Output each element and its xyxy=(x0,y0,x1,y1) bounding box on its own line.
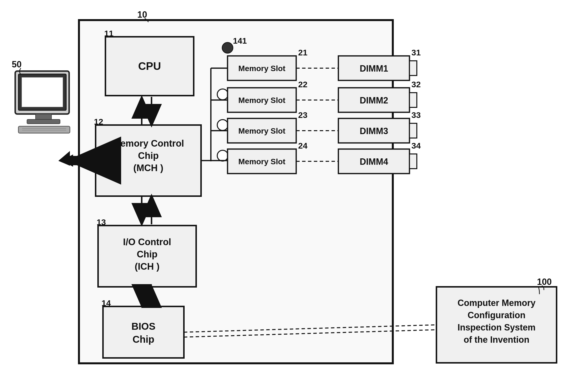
svg-rect-54 xyxy=(410,61,417,76)
svg-rect-63 xyxy=(410,154,417,169)
label-33: 33 xyxy=(411,110,421,120)
label-32: 32 xyxy=(411,80,421,89)
label-31: 31 xyxy=(411,48,421,57)
label-10: 10 xyxy=(137,10,147,20)
diagram: 50 10 CPU 11 Memory Control Chip (MCH ) … xyxy=(0,0,574,392)
label-50: 50 xyxy=(12,59,21,69)
svg-rect-57 xyxy=(410,93,417,107)
label-34: 34 xyxy=(411,141,421,150)
label-100: 100 xyxy=(537,277,552,287)
svg-rect-60 xyxy=(410,123,417,138)
